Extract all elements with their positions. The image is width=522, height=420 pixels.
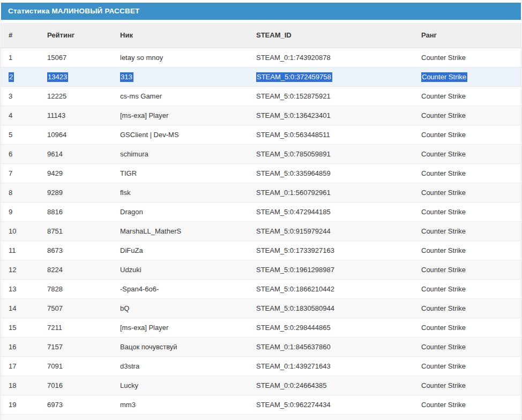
rating-value: 9289: [47, 189, 63, 197]
cell-position: 14: [1, 299, 40, 318]
cell-position: 11: [1, 241, 40, 260]
cell-rating: 8751: [40, 222, 113, 241]
cell-rank: Counter Strike: [414, 87, 521, 106]
cell-nick: Udzuki: [113, 260, 249, 280]
rating-value: 9429: [47, 169, 63, 177]
table-row: 8 9289 flsk STEAM_0:1:560792961 Counter …: [1, 183, 521, 202]
cell-steam-id: STEAM_5:0:1961298987: [249, 260, 414, 280]
table-row: 6 9614 schimura STEAM_5:0:785059891 Coun…: [1, 145, 521, 164]
nick-value: mm3: [120, 401, 136, 409]
cell-steam-id: STEAM_5:0:1830580944: [249, 299, 414, 318]
cell-steam-id: STEAM_5:0:1866210442: [249, 280, 414, 299]
cell-position: 2: [1, 68, 40, 87]
cell-steam-id: STEAM_0:1:439271643: [249, 357, 414, 376]
position-value: 5: [9, 131, 12, 139]
cell-nick: 313: [113, 68, 249, 87]
cell-nick: DiFuZa: [113, 241, 249, 260]
cell-rank: Counter Strike: [414, 395, 521, 415]
cell-rating: 9289: [40, 183, 113, 202]
cell-nick: GSClient | Dev-MS: [113, 125, 249, 145]
cell-rank: Counter Strike: [414, 145, 521, 164]
rank-value: Counter Strike: [421, 324, 466, 332]
cell-rating: 10964: [40, 125, 113, 145]
steam-id-value: STEAM_5:0:1961298987: [256, 266, 334, 274]
rank-value: Counter Strike: [421, 246, 466, 254]
stats-table-head: # Рейтинг Ник STEAM_ID Ранг: [1, 23, 521, 48]
nick-value: cs-ms Gamer: [120, 92, 162, 100]
cell-steam-id: STEAM_5:0:785059891: [249, 145, 414, 164]
cell-rank: Counter Strike: [414, 183, 521, 202]
table-row: 2 13423 313 STEAM_5:0:372459758 Counter …: [1, 68, 521, 87]
rating-value: 8673: [47, 246, 63, 254]
position-value: 14: [9, 304, 16, 312]
cell-rating: 8673: [40, 241, 113, 260]
rank-value: Counter Strike: [421, 381, 466, 389]
table-row: 7 9429 TIGR STEAM_5:0:335964859 Counter …: [1, 164, 521, 183]
position-value: 19: [9, 401, 16, 409]
steam-id-value: STEAM_5:0:1830580944: [256, 304, 334, 312]
rank-value: Counter Strike: [421, 54, 466, 62]
cell-nick: d3stra: [113, 357, 249, 376]
cell-rank: Counter Strike: [414, 260, 521, 280]
steam-id-value: STEAM_0:1:743920878: [256, 54, 331, 62]
rating-value: 11143: [47, 111, 65, 119]
rank-value: Counter Strike: [421, 72, 467, 82]
rank-value: Counter Strike: [421, 169, 466, 177]
stats-page: Статистика МАЛИНОВЫЙ РАССВЕТ # Рейтинг Н…: [0, 0, 522, 420]
rank-value: Counter Strike: [421, 111, 466, 119]
rating-value: 6973: [47, 401, 63, 409]
nick-value: bQ: [120, 304, 129, 312]
position-value: 8: [9, 189, 12, 197]
rank-value: Counter Strike: [421, 304, 466, 312]
cell-position: 13: [1, 280, 40, 299]
cell-nick: letay so mnoy: [113, 48, 249, 68]
position-value: 1: [9, 54, 12, 62]
cell-steam-id: STEAM_0:1:743920878: [249, 48, 414, 68]
rating-value: 9614: [47, 150, 63, 158]
cell-steam-id: STEAM_5:0:1733927163: [249, 241, 414, 260]
cell-nick: [ms-exa] Player: [113, 106, 249, 125]
cell-position: 12: [1, 260, 40, 280]
stats-table: # Рейтинг Ник STEAM_ID Ранг 1 15067 leta…: [1, 23, 521, 414]
cell-position: 8: [1, 183, 40, 202]
table-row: 12 8224 Udzuki STEAM_5:0:1961298987 Coun…: [1, 260, 521, 280]
nick-value: d3stra: [120, 362, 139, 370]
cell-steam-id: STEAM_5:0:915979244: [249, 222, 414, 241]
nick-value: GSClient | Dev-MS: [120, 131, 179, 139]
cell-position: 4: [1, 106, 40, 125]
position-value: 15: [9, 324, 16, 332]
nick-value: Udzuki: [120, 266, 141, 274]
position-value: 12: [9, 266, 16, 274]
cell-rank: Counter Strike: [414, 48, 521, 68]
cell-rank: Counter Strike: [414, 222, 521, 241]
table-row: 17 7091 d3stra STEAM_0:1:439271643 Count…: [1, 357, 521, 376]
cell-position: 19: [1, 395, 40, 415]
cell-rating: 15067: [40, 48, 113, 68]
cell-position: 16: [1, 338, 40, 357]
cell-rank: Counter Strike: [414, 318, 521, 338]
table-row: 18 7016 Lucky STEAM_0:0:24664385 Counter…: [1, 376, 521, 395]
cell-rank: Counter Strike: [414, 299, 521, 318]
table-row: 1 15067 letay so mnoy STEAM_0:1:74392087…: [1, 48, 521, 68]
cell-rank: Counter Strike: [414, 357, 521, 376]
steam-id-value: STEAM_5:0:962274434: [256, 401, 331, 409]
stats-table-body: 1 15067 letay so mnoy STEAM_0:1:74392087…: [1, 48, 521, 415]
column-header-rating: Рейтинг: [40, 23, 113, 48]
nick-value: schimura: [120, 150, 148, 158]
column-header-position: #: [1, 23, 40, 48]
steam-id-value: STEAM_5:0:298444865: [256, 324, 331, 332]
cell-position: 5: [1, 125, 40, 145]
nick-value: DiFuZa: [120, 246, 143, 254]
nick-value: letay so mnoy: [120, 54, 163, 62]
nick-value: MarshaLL_MatherS: [120, 227, 181, 235]
cell-rank: Counter Strike: [414, 125, 521, 145]
rank-value: Counter Strike: [421, 285, 466, 293]
rating-value: 13423: [47, 72, 68, 82]
steam-id-value: STEAM_5:0:472944185: [256, 208, 331, 216]
cell-rating: 7211: [40, 318, 113, 338]
cell-rating: 7828: [40, 280, 113, 299]
table-row: 19 6973 mm3 STEAM_5:0:962274434 Counter …: [1, 395, 521, 415]
nick-value: flsk: [120, 189, 131, 197]
rank-value: Counter Strike: [421, 362, 466, 370]
nick-value: TIGR: [120, 169, 137, 177]
